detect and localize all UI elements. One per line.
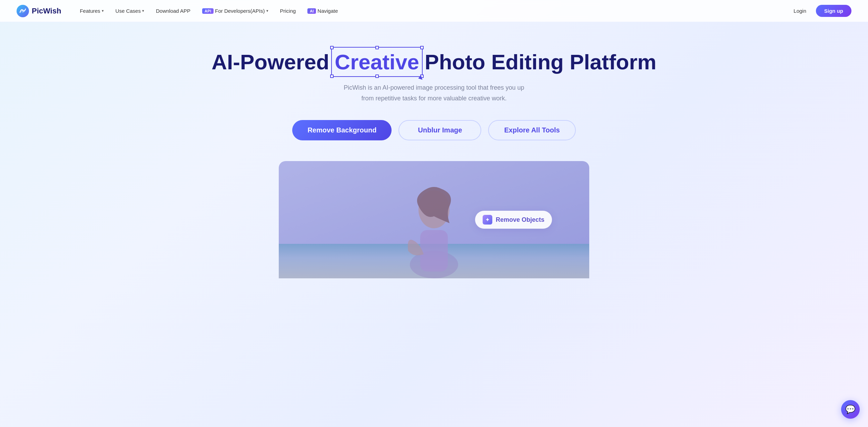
nav-item-download[interactable]: Download APP [151, 6, 195, 16]
chat-icon: 💬 [845, 405, 856, 414]
nav-auth: Login Sign up [789, 5, 851, 17]
remove-background-button[interactable]: Remove Background [292, 120, 392, 140]
nav-links: Features ▾ Use Cases ▾ Download APP API … [75, 6, 789, 16]
title-after: Photo Editing Platform [425, 50, 657, 74]
nav-item-features[interactable]: Features ▾ [75, 6, 108, 16]
chevron-down-icon: ▾ [142, 9, 144, 13]
hero-section: AI-Powered Creative ▲ Photo Editing Plat… [0, 22, 868, 278]
chevron-down-icon: ▾ [266, 9, 268, 13]
nav-item-developers[interactable]: API For Developers(APIs) ▾ [197, 6, 273, 16]
svg-point-1 [21, 9, 24, 13]
title-highlight-wrap: Creative ▲ [335, 50, 419, 74]
title-highlight: Creative [335, 50, 419, 74]
chevron-down-icon: ▾ [102, 9, 104, 13]
picwish-logo-icon [17, 5, 29, 17]
title-before: AI-Powered [211, 50, 329, 74]
remove-objects-icon: ✦ [483, 215, 492, 225]
explore-all-tools-button[interactable]: Explore All Tools [488, 120, 575, 140]
logo[interactable]: PicWish [17, 5, 61, 17]
cta-buttons: Remove Background Unblur Image Explore A… [8, 120, 860, 140]
nav-item-pricing[interactable]: Pricing [275, 6, 301, 16]
handle-top-middle [375, 46, 379, 49]
hero-subtitle: PicWish is an AI-powered image processin… [337, 82, 531, 103]
unblur-image-button[interactable]: Unblur Image [398, 120, 481, 140]
handle-top-left [330, 46, 334, 49]
handle-top-right [420, 46, 424, 49]
ai-badge: AI [307, 8, 316, 14]
nav-item-navigate[interactable]: AI Navigate [303, 6, 343, 16]
handle-bottom-middle [375, 75, 379, 78]
logo-text: PicWish [32, 7, 61, 16]
api-badge: API [202, 8, 214, 14]
remove-objects-badge[interactable]: ✦ Remove Objects [475, 211, 552, 229]
chat-button[interactable]: 💬 [841, 400, 860, 419]
signup-button[interactable]: Sign up [816, 5, 851, 17]
hero-title: AI-Powered Creative ▲ Photo Editing Plat… [8, 50, 860, 74]
handle-bottom-left [330, 75, 334, 78]
hero-image-area: ✦ Remove Objects [279, 161, 589, 278]
navbar: PicWish Features ▾ Use Cases ▾ Download … [0, 0, 868, 22]
remove-objects-label: Remove Objects [496, 216, 544, 224]
nav-item-use-cases[interactable]: Use Cases ▾ [111, 6, 149, 16]
login-button[interactable]: Login [789, 6, 810, 16]
